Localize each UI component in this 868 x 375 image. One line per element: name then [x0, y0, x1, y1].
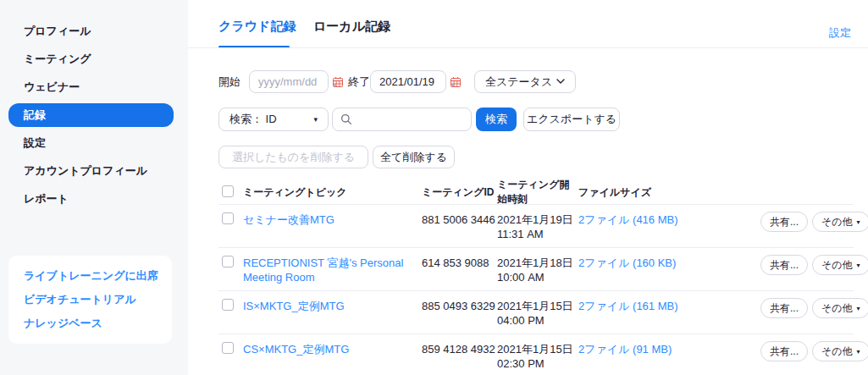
file-size-link[interactable]: 2ファイル (160 KB) [578, 256, 676, 269]
table-row: IS×MKTG_定例MTG 885 0493 6329 2021年1月15日 0… [218, 291, 854, 334]
end-date-calendar-icon[interactable] [450, 76, 462, 88]
delete-selected-button[interactable]: 選択したものを削除する [218, 146, 368, 168]
more-triangle-icon: ▾ [857, 305, 860, 312]
more-button[interactable]: その他▾ [812, 255, 868, 275]
header-file-size: ファイルサイズ [578, 185, 760, 200]
sidebar-link-live-training[interactable]: ライブトレーニングに出席 [8, 264, 172, 288]
sidebar-link-video-tutorials[interactable]: ビデオチュートリアル [8, 288, 172, 312]
header-start-time: ミーティング開始時刻 [497, 178, 578, 207]
tabbar-divider [188, 47, 868, 48]
sidebar-item-account-profile[interactable]: アカウントプロフィール [0, 157, 188, 185]
file-size-link[interactable]: 2ファイル (91 MB) [578, 343, 672, 356]
search-by-value: 検索： ID [229, 112, 277, 127]
row-checkbox[interactable] [222, 299, 234, 311]
start-date-input[interactable] [249, 70, 329, 93]
share-button[interactable]: 共有... [760, 341, 808, 361]
meeting-start-time: 2021年1月15日 04:00 PM [497, 291, 578, 334]
file-size-link[interactable]: 2ファイル (161 MB) [578, 300, 678, 312]
status-select-value: 全ステータス [485, 74, 552, 90]
search-icon [340, 113, 352, 125]
header-meeting-topic: ミーティングトピック [243, 185, 422, 200]
status-select[interactable]: 全ステータス [474, 70, 576, 93]
table-row: RECEPTIONIST 宮越's Personal Meeting Room … [218, 248, 854, 291]
meeting-start-time: 2021年1月18日 10:00 AM [497, 248, 578, 290]
delete-all-button[interactable]: 全て削除する [373, 146, 455, 168]
recording-settings-link[interactable]: 設定 [829, 25, 851, 41]
dropdown-triangle-icon: ▾ [313, 115, 318, 124]
chevron-down-icon [556, 79, 565, 85]
export-button[interactable]: エクスポートする [523, 108, 620, 131]
table-header-row: ミーティングトピック ミーティングID ミーティング開始時刻 ファイルサイズ [218, 178, 854, 205]
header-meeting-id: ミーティングID [422, 185, 497, 200]
meeting-id: 614 853 9088 [422, 248, 497, 290]
row-checkbox[interactable] [222, 212, 234, 224]
meeting-start-time: 2021年1月19日 11:31 AM [497, 205, 578, 247]
select-all-checkbox[interactable] [222, 185, 234, 197]
zoom-web-portal: プロフィール ミーティング ウェビナー 記録 設定 アカウントプロフィール レポ… [0, 0, 868, 375]
sidebar-link-knowledge-base[interactable]: ナレッジベース [8, 312, 172, 335]
meeting-topic-link[interactable]: IS×MKTG_定例MTG [243, 291, 422, 334]
sidebar-item-reports[interactable]: レポート [0, 185, 188, 212]
tab-local-recordings[interactable]: ローカル記録 [313, 19, 390, 35]
filter-row-search: 検索： ID ▾ 検索 エクスポートする [188, 108, 868, 131]
meeting-start-time: 2021年1月15日 02:30 PM [497, 334, 578, 375]
sidebar-item-recordings[interactable]: 記録 [8, 103, 174, 127]
recordings-table: ミーティングトピック ミーティングID ミーティング開始時刻 ファイルサイズ セ… [218, 178, 854, 375]
row-checkbox[interactable] [222, 256, 234, 267]
search-by-select[interactable]: 検索： ID ▾ [218, 108, 329, 131]
meeting-id: 885 0493 6329 [422, 291, 497, 334]
share-button[interactable]: 共有... [760, 298, 808, 318]
more-button[interactable]: その他▾ [812, 298, 868, 318]
sidebar-nav: プロフィール ミーティング ウェビナー 記録 設定 アカウントプロフィール レポ… [0, 0, 188, 212]
sidebar: プロフィール ミーティング ウェビナー 記録 設定 アカウントプロフィール レポ… [0, 0, 188, 375]
meeting-topic-link[interactable]: セミナー改善MTG [243, 205, 422, 247]
sidebar-item-profile[interactable]: プロフィール [0, 17, 188, 45]
tab-cloud-recordings[interactable]: クラウド記録 [218, 19, 296, 35]
meeting-topic-link[interactable]: RECEPTIONIST 宮越's Personal Meeting Room [243, 248, 422, 290]
share-button[interactable]: 共有... [760, 255, 808, 275]
main-content: クラウド記録 ローカル記録 設定 開始 終了 [188, 0, 868, 375]
search-input[interactable] [332, 108, 472, 131]
sidebar-footer-card: ライブトレーニングに出席 ビデオチュートリアル ナレッジベース [8, 256, 172, 344]
start-date-label: 開始 [218, 70, 240, 93]
search-field-wrap [332, 108, 472, 131]
more-triangle-icon: ▾ [857, 218, 860, 226]
table-row: セミナー改善MTG 881 5006 3446 2021年1月19日 11:31… [218, 205, 854, 248]
row-checkbox[interactable] [222, 342, 234, 354]
more-button[interactable]: その他▾ [812, 212, 868, 232]
meeting-topic-link[interactable]: CS×MKTG_定例MTG [243, 334, 422, 375]
end-date-input[interactable] [370, 70, 446, 93]
table-row: CS×MKTG_定例MTG 859 4128 4932 2021年1月15日 0… [218, 334, 854, 375]
meeting-id: 859 4128 4932 [422, 334, 497, 375]
file-size-link[interactable]: 2ファイル (416 MB) [578, 213, 678, 226]
sidebar-item-settings[interactable]: 設定 [0, 129, 188, 157]
sidebar-item-webinars[interactable]: ウェビナー [0, 73, 188, 101]
meeting-id: 881 5006 3446 [422, 205, 497, 247]
search-button[interactable]: 検索 [476, 108, 517, 131]
start-date-calendar-icon[interactable] [332, 76, 344, 88]
share-button[interactable]: 共有... [760, 212, 808, 232]
more-triangle-icon: ▾ [857, 348, 860, 356]
more-triangle-icon: ▾ [857, 262, 860, 269]
more-button[interactable]: その他▾ [812, 341, 868, 361]
end-date-label: 終了 [348, 70, 370, 93]
delete-actions-row: 選択したものを削除する 全て削除する [188, 146, 868, 168]
sidebar-item-meetings[interactable]: ミーティング [0, 45, 188, 73]
